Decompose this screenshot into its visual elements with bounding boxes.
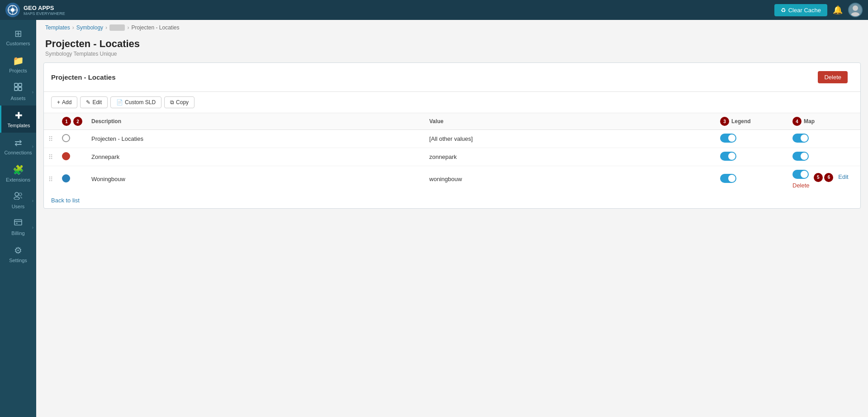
svg-point-5 <box>851 12 860 16</box>
edit-button[interactable]: ✎ Edit <box>80 96 108 108</box>
svg-point-10 <box>15 192 19 196</box>
symbol-circle <box>62 174 70 182</box>
badge-3: 3 <box>720 117 729 126</box>
th-drag <box>44 113 57 130</box>
logo-icon <box>5 3 20 17</box>
sidebar-item-connections[interactable]: ⇄ Connections › <box>0 133 36 160</box>
logo-text: GEO APPS MAPS EVERYWHERE <box>24 5 65 16</box>
chevron-right-icon: › <box>32 225 33 230</box>
table-row: ⠿ Woningbouw woningbouw <box>44 166 860 192</box>
sidebar-item-label: Assets <box>10 96 25 101</box>
symbol-circle <box>62 134 70 142</box>
symbol-circle <box>62 152 70 160</box>
row-delete-link[interactable]: Delete <box>792 182 810 189</box>
sidebar-item-projects[interactable]: 📁 Projects <box>0 51 36 78</box>
badge-4: 4 <box>792 117 802 126</box>
map-toggle[interactable] <box>792 152 809 161</box>
svg-point-4 <box>853 5 858 11</box>
avatar[interactable] <box>848 3 863 17</box>
svg-point-11 <box>14 197 19 200</box>
content-area: Templates › Symbology › › Projecten - Lo… <box>36 20 868 417</box>
breadcrumb-templates[interactable]: Templates <box>45 24 70 31</box>
svg-rect-13 <box>14 220 22 225</box>
templates-icon: ✚ <box>15 110 23 121</box>
copy-button[interactable]: ⧉ Copy <box>164 96 194 108</box>
th-map: 4 Map <box>788 113 860 130</box>
symbology-table: 1 2 Description Value 3 Legend <box>44 113 860 192</box>
sidebar-item-customers[interactable]: ⊞ Customers <box>0 24 36 51</box>
table-row: ⠿ Projecten - Locaties [All other values… <box>44 130 860 148</box>
svg-rect-9 <box>19 87 22 91</box>
sidebar-item-label: Settings <box>9 258 27 263</box>
custom-sld-button[interactable]: 📄 Custom SLD <box>110 96 161 108</box>
sidebar-item-label: Users <box>12 204 25 209</box>
customers-icon: ⊞ <box>14 28 22 39</box>
drag-handle-icon[interactable]: ⠿ <box>48 153 53 161</box>
badge-6: 6 <box>824 173 833 182</box>
sidebar-item-label: Connections <box>4 150 32 155</box>
billing-icon <box>14 218 23 229</box>
svg-rect-8 <box>14 87 18 91</box>
breadcrumb-sep-1: › <box>72 24 74 31</box>
drag-handle-cell: ⠿ <box>44 166 57 192</box>
table-row: ⠿ Zonnepark zonnepark <box>44 148 860 166</box>
badge-5: 5 <box>814 173 823 182</box>
copy-icon: ⧉ <box>170 99 174 105</box>
notification-bell-icon[interactable]: 🔔 <box>833 5 843 15</box>
back-to-list-link[interactable]: Back to list <box>51 197 80 204</box>
sidebar-item-assets[interactable]: Assets › <box>0 78 36 105</box>
sidebar-item-billing[interactable]: Billing › <box>0 214 36 240</box>
sidebar-item-label: Customers <box>6 41 30 46</box>
sidebar-item-users[interactable]: Users › <box>0 187 36 214</box>
sidebar-item-label: Billing <box>11 230 24 236</box>
connections-icon: ⇄ <box>14 137 22 148</box>
extensions-icon: 🧩 <box>13 164 24 175</box>
card-title: Projecten - Locaties <box>51 73 116 81</box>
back-link-area: Back to list <box>44 192 860 208</box>
delete-button[interactable]: Delete <box>818 71 848 83</box>
page-subtitle: Symbology Templates Unique <box>45 51 859 57</box>
value-cell: woningbouw <box>425 166 716 192</box>
legend-toggle-cell <box>716 148 788 166</box>
clear-cache-button[interactable]: ♻ Clear Cache <box>774 4 827 16</box>
projects-icon: 📁 <box>13 55 24 66</box>
legend-toggle[interactable] <box>720 174 736 183</box>
chevron-right-icon: › <box>32 89 33 94</box>
map-toggle[interactable] <box>792 170 809 179</box>
page-title: Projecten - Locaties <box>45 38 859 50</box>
main-layout: ⊞ Customers 📁 Projects Assets › ✚ Templa… <box>0 20 868 417</box>
symbol-cell <box>57 130 87 148</box>
page-header: Projecten - Locaties Symbology Templates… <box>36 35 868 62</box>
description-cell: Zonnepark <box>87 148 425 166</box>
breadcrumb-sep-2: › <box>105 24 107 31</box>
sidebar-item-templates[interactable]: ✚ Templates <box>0 105 36 133</box>
drag-handle-cell: ⠿ <box>44 130 57 148</box>
breadcrumb-current: Projecten - Locaties <box>131 24 179 31</box>
file-icon: 📄 <box>116 99 123 105</box>
sidebar-item-settings[interactable]: ⚙ Settings <box>0 240 36 268</box>
badge-1: 1 <box>62 117 71 126</box>
legend-toggle[interactable] <box>720 152 736 161</box>
sidebar-item-label: Projects <box>9 68 27 73</box>
symbol-cell <box>57 166 87 192</box>
settings-icon: ⚙ <box>14 245 22 256</box>
sidebar-item-label: Templates <box>7 123 30 128</box>
top-nav-right: ♻ Clear Cache 🔔 <box>774 3 863 17</box>
chevron-right-icon: › <box>32 144 33 149</box>
drag-handle-icon[interactable]: ⠿ <box>48 135 53 143</box>
add-button[interactable]: + Add <box>51 96 77 108</box>
logo-area: GEO APPS MAPS EVERYWHERE <box>5 3 65 17</box>
th-legend: 3 Legend <box>716 113 788 130</box>
row-edit-link[interactable]: Edit <box>838 173 848 180</box>
legend-toggle[interactable] <box>720 134 736 143</box>
description-cell: Woningbouw <box>87 166 425 192</box>
svg-rect-6 <box>14 83 18 86</box>
breadcrumb-symbology[interactable]: Symbology <box>76 24 103 31</box>
sidebar-item-extensions[interactable]: 🧩 Extensions <box>0 160 36 187</box>
users-icon <box>13 192 23 202</box>
map-toggle[interactable] <box>792 134 809 143</box>
drag-handle-icon[interactable]: ⠿ <box>48 176 53 183</box>
legend-toggle-cell <box>716 166 788 192</box>
th-description: Description <box>87 113 425 130</box>
breadcrumb-sep-3: › <box>127 24 129 31</box>
